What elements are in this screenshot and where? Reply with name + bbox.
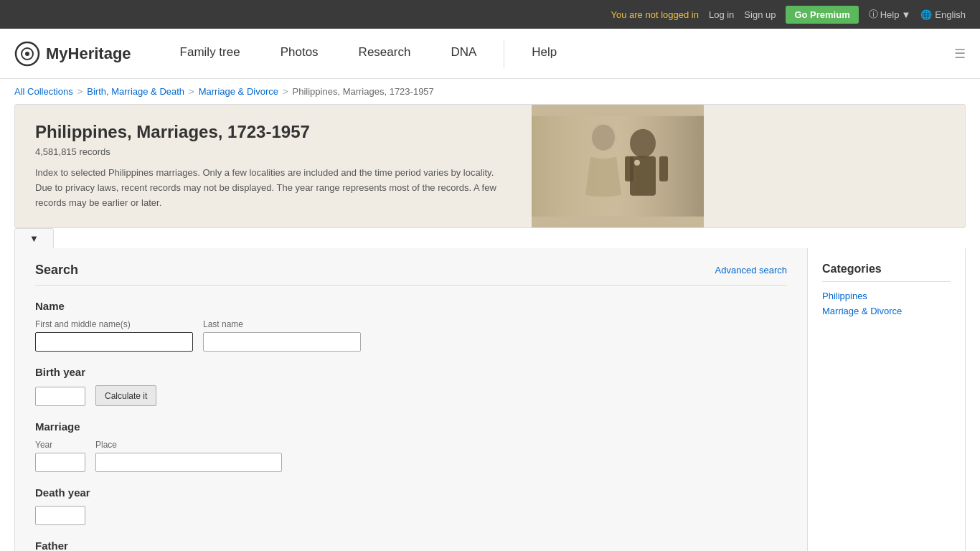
nav-divider [504, 39, 504, 68]
father-section: Father First and middle name(s) Last nam… [35, 540, 787, 551]
last-name-field: Last name [203, 319, 361, 352]
marriage-place-label: Place [95, 440, 282, 450]
marriage-year-label: Year [35, 440, 85, 450]
nav-research[interactable]: Research [339, 29, 431, 79]
birth-year-input[interactable] [35, 387, 85, 406]
logo-text: MyHeritage [46, 44, 131, 63]
search-tab-label: ▼ [29, 233, 39, 244]
search-panel: Search Advanced search Name First and mi… [14, 248, 808, 551]
header-globe-icon[interactable]: ☰ [954, 46, 966, 62]
categories-title: Categories [822, 263, 951, 282]
birth-year-section: Birth year Calculate it [35, 366, 787, 406]
main-header: MyHeritage Family tree Photos Research D… [0, 29, 980, 79]
chevron-down-icon: ▼ [901, 9, 910, 20]
death-year-section: Death year [35, 486, 787, 525]
category-marriage-divorce[interactable]: Marriage & Divorce [822, 306, 951, 316]
last-name-input[interactable] [203, 332, 361, 352]
nav-family-tree[interactable]: Family tree [160, 29, 260, 79]
nav-dna[interactable]: DNA [430, 29, 496, 79]
go-premium-button[interactable]: Go Premium [786, 6, 858, 24]
hero-content: Philippines, Marriages, 1723-1957 4,581,… [15, 105, 532, 227]
main-content: Search Advanced search Name First and mi… [14, 248, 966, 551]
first-name-field: First and middle name(s) [35, 319, 193, 352]
marriage-section: Marriage Year Place [35, 420, 787, 472]
globe-icon: 🌐 [920, 9, 932, 20]
marriage-place-field: Place [95, 440, 282, 472]
search-tab-area: ▼ [14, 228, 966, 248]
hero-records: 4,581,815 records [35, 146, 512, 157]
marriage-year-field: Year [35, 440, 85, 472]
svg-rect-8 [659, 156, 668, 182]
svg-rect-6 [630, 156, 656, 196]
search-header: Search Advanced search [35, 263, 787, 286]
first-name-label: First and middle name(s) [35, 319, 193, 329]
main-nav: Family tree Photos Research DNA Help [160, 29, 954, 79]
logo[interactable]: MyHeritage [14, 41, 131, 67]
father-section-title: Father [35, 540, 787, 551]
search-title: Search [35, 263, 78, 278]
breadcrumb-marriage-divorce[interactable]: Marriage & Divorce [199, 86, 278, 97]
hero-section: Philippines, Marriages, 1723-1957 4,581,… [14, 104, 966, 228]
help-link[interactable]: ⓘ Help ▼ [869, 8, 911, 21]
breadcrumb-sep-2: > [189, 86, 194, 97]
death-year-row [35, 506, 787, 525]
marriage-section-title: Marriage [35, 420, 787, 433]
signup-link[interactable]: Sign up [744, 9, 776, 20]
svg-point-10 [634, 160, 640, 166]
breadcrumb: All Collections > Birth, Marriage & Deat… [0, 79, 980, 104]
birth-year-row: Calculate it [35, 385, 787, 406]
svg-rect-4 [532, 116, 704, 217]
marriage-row: Year Place [35, 440, 787, 472]
svg-point-2 [25, 52, 29, 56]
breadcrumb-birth-marriage-death[interactable]: Birth, Marriage & Death [87, 86, 184, 97]
svg-point-5 [630, 129, 656, 158]
nav-photos[interactable]: Photos [260, 29, 339, 79]
last-name-label: Last name [203, 319, 361, 329]
nav-help[interactable]: Help [512, 29, 577, 79]
sidebar: Categories Philippines Marriage & Divorc… [808, 248, 966, 551]
name-section-title: Name [35, 300, 787, 312]
birth-year-title: Birth year [35, 366, 787, 378]
breadcrumb-sep-3: > [283, 86, 288, 97]
calculate-button[interactable]: Calculate it [95, 385, 156, 406]
logo-icon [14, 41, 40, 67]
first-name-input[interactable] [35, 332, 193, 352]
hero-image [532, 105, 704, 227]
search-tab[interactable]: ▼ [14, 228, 54, 248]
breadcrumb-all-collections[interactable]: All Collections [14, 86, 73, 97]
name-section: Name First and middle name(s) Last name [35, 300, 787, 352]
help-icon: ⓘ [869, 8, 878, 21]
marriage-place-input[interactable] [95, 453, 282, 472]
hero-title: Philippines, Marriages, 1723-1957 [35, 122, 512, 142]
advanced-search-link[interactable]: Advanced search [715, 265, 787, 276]
not-logged-in-text: You are not logged in [611, 9, 699, 20]
svg-rect-7 [625, 156, 633, 182]
category-philippines[interactable]: Philippines [822, 291, 951, 301]
hero-description: Index to selected Philippines marriages.… [35, 166, 512, 210]
marriage-year-input[interactable] [35, 453, 85, 472]
death-year-input[interactable] [35, 506, 85, 525]
wedding-photo-svg [532, 105, 704, 227]
login-link[interactable]: Log in [709, 9, 734, 20]
top-bar: You are not logged in Log in Sign up Go … [0, 0, 980, 29]
name-row: First and middle name(s) Last name [35, 319, 787, 352]
language-selector[interactable]: 🌐 English [920, 9, 966, 20]
breadcrumb-sep-1: > [77, 86, 83, 97]
death-year-title: Death year [35, 486, 787, 499]
breadcrumb-current: Philippines, Marriages, 1723-1957 [293, 86, 434, 97]
